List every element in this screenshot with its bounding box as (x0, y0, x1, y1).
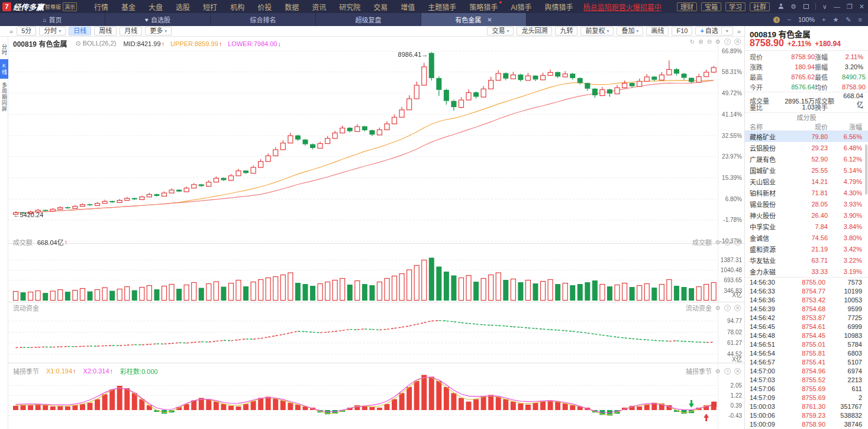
menu-item[interactable]: 机构 (224, 2, 251, 12)
treasure-button[interactable]: 宝箱 (701, 2, 721, 11)
component-row[interactable]: 云铝股份29.236.48% (745, 142, 868, 153)
chevron-down-icon[interactable]: ∨ (822, 3, 827, 11)
component-row[interactable]: 华友钴业63.713.22% (745, 254, 868, 266)
menu-item[interactable]: 选股 (169, 2, 196, 12)
season-title: 捕捞季节 (686, 366, 712, 376)
favorite-star-icon[interactable]: ★ (832, 16, 838, 24)
menu-item[interactable]: 交易 (367, 2, 394, 12)
menu-item[interactable]: 大盘 (142, 2, 169, 12)
menu-item[interactable]: 增值 (394, 2, 421, 12)
settings-icon[interactable]: ⚙ (715, 305, 721, 311)
chart-mode-tab[interactable]: K线 (0, 59, 8, 79)
settings-icon[interactable]: ⚙ (790, 3, 796, 11)
components-list: 藏格矿业79.806.56%云铝股份29.236.48%广晟有色52.906.1… (745, 131, 868, 277)
minimize-icon[interactable]: — (834, 3, 840, 10)
tool-button[interactable]: 叠加▾ (617, 27, 643, 36)
collapse-right-icon[interactable]: » (737, 28, 741, 35)
help-icon[interactable]: ? (724, 239, 731, 246)
tool-button[interactable]: 交易▾ (487, 27, 514, 36)
menu-item[interactable]: 策略猎手 (463, 2, 504, 12)
page-tab[interactable]: 综合排名 (211, 13, 316, 26)
tool-button[interactable]: 前复权▾ (580, 27, 614, 36)
learn-button[interactable]: 学习 (725, 2, 746, 11)
tick-price: 8754.61 (784, 323, 825, 330)
help-icon[interactable]: ? (724, 38, 731, 45)
tool-button[interactable]: F10 (672, 27, 692, 36)
component-row[interactable]: 中孚实业7.843.84% (745, 221, 868, 232)
tool-button-label: 分时 (44, 27, 57, 35)
component-price: 71.81 (793, 189, 828, 196)
community-button[interactable]: 社群 (750, 2, 770, 11)
menu-item[interactable]: 研究院 (333, 2, 367, 12)
tool-button[interactable]: 更多▾ (145, 27, 172, 36)
menu-item[interactable]: 舆情猎手 (538, 2, 580, 12)
component-row[interactable]: 锡业股份28.053.93% (745, 198, 868, 209)
list-icon[interactable]: ≡ (859, 16, 862, 23)
restore-icon[interactable]: ❐ (847, 3, 853, 11)
chart-mode-tab[interactable]: 分时 (0, 40, 8, 59)
refresh-icon[interactable]: ↻ (690, 38, 695, 45)
menu-item[interactable]: 主题猎手 (421, 2, 463, 12)
edit-pencil-icon[interactable]: ✎ (846, 16, 851, 24)
tab-close-icon[interactable]: ✕ (487, 17, 492, 23)
tool-button[interactable]: 九转 (555, 27, 577, 36)
logo-icon: 7 (2, 2, 11, 11)
tool-button[interactable]: 分时▾ (39, 27, 66, 36)
settings-icon[interactable]: ⚙ (715, 368, 721, 375)
tool-button[interactable]: 日线 (69, 27, 91, 36)
tool-button[interactable]: 龙头回溯 (517, 27, 552, 36)
component-row[interactable]: 天山铝业14.214.79% (745, 176, 868, 187)
menu-item[interactable]: 行情 (88, 2, 115, 12)
component-row[interactable]: 金力永磁33.333.19% (745, 266, 868, 277)
menu-item[interactable]: 价投 (251, 2, 278, 12)
info-icon[interactable]: i (773, 17, 780, 23)
menu-item[interactable]: 资讯 (305, 2, 333, 12)
close-icon[interactable]: ✕ (859, 3, 864, 11)
tick-row: 14:56:518755.015784 (745, 340, 868, 349)
zoom-in-icon[interactable]: + (822, 16, 825, 23)
close-icon[interactable]: ✕ (734, 239, 741, 246)
quote-label: 均价 (815, 82, 842, 92)
tab-label: 自选股 (151, 15, 170, 24)
tool-button[interactable]: +自选▾ (695, 27, 733, 36)
close-icon[interactable]: ✕ (734, 368, 741, 375)
component-row[interactable]: 金诚信74.563.80% (745, 232, 868, 243)
tool-button[interactable]: 周线 (94, 27, 117, 36)
app-logo[interactable]: 7 经传多赢 智尊版 演示 (2, 1, 77, 12)
close-icon[interactable]: ✕ (734, 305, 741, 311)
component-row[interactable]: 盛和资源21.193.42% (745, 243, 868, 254)
zoom-out-icon[interactable]: ⊖ (707, 38, 712, 45)
help-icon[interactable]: ? (724, 305, 731, 311)
indicator-selector[interactable]: ⊙ BOLL(26,2) (75, 40, 116, 47)
menu-item[interactable]: 短打 (196, 2, 224, 12)
menu-item[interactable]: 数据 (278, 2, 305, 12)
component-row[interactable]: 铂科新材71.814.30% (745, 187, 868, 198)
menu-item[interactable]: AI猎手 (504, 2, 538, 12)
layout-icon[interactable] (804, 4, 809, 9)
user-icon[interactable] (778, 4, 784, 9)
tool-button[interactable]: 5分 (17, 27, 36, 36)
menu-item[interactable]: 基金 (115, 2, 142, 12)
help-icon[interactable]: ? (724, 368, 731, 375)
component-row[interactable]: 广晟有色52.906.12% (745, 153, 868, 164)
page-tab[interactable]: 超级复盘 (316, 13, 421, 26)
component-row[interactable]: 神火股份26.403.90% (745, 209, 868, 221)
page-tab[interactable]: ♥自选股 (105, 13, 211, 26)
component-change: 3.19% (828, 268, 862, 275)
settings-icon[interactable]: ⚙ (715, 239, 721, 246)
scrollbar-thumb[interactable] (865, 144, 867, 195)
promo-link[interactable]: 杨总监陪跑营火爆招募中 (583, 2, 662, 12)
component-row[interactable]: 国城矿业25.555.14% (745, 164, 868, 176)
zoom-out-icon[interactable]: − (787, 16, 790, 23)
chart-mode-tab[interactable]: 多周期同屏 (0, 79, 8, 115)
page-tab[interactable]: 有色金属✕ (421, 13, 527, 26)
collapse-left-icon[interactable]: » (9, 28, 13, 35)
close-icon[interactable]: ✕ (734, 38, 741, 45)
zoom-in-icon[interactable]: ⊕ (698, 38, 703, 45)
settings-icon[interactable]: ⚙ (715, 38, 721, 45)
tool-button[interactable]: 画线 (646, 27, 669, 36)
wealth-button[interactable]: 理财 (677, 2, 697, 11)
tool-button[interactable]: 月线 (120, 27, 142, 36)
component-row[interactable]: 藏格矿业79.806.56% (745, 131, 868, 142)
page-tab[interactable]: ⌂首页 (0, 13, 105, 26)
